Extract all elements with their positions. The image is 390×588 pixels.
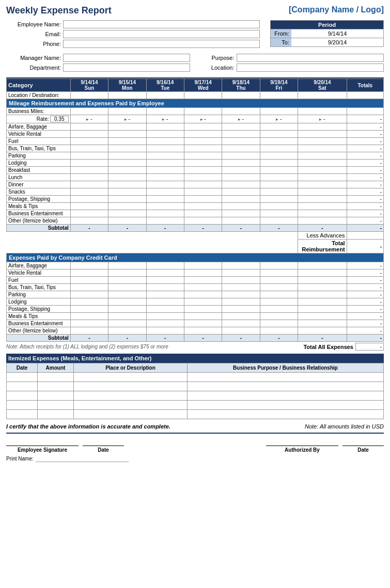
s1-row-2: Vehicle Rental - <box>7 131 384 138</box>
s1-subtotal-row: Subtotal - - - - - - - - <box>7 225 384 232</box>
to-value[interactable]: 9/20/14 <box>291 38 383 46</box>
s1-sub-1: - <box>108 225 146 232</box>
print-name-label: Print Name: <box>6 456 34 462</box>
loc-cell-6[interactable] <box>298 92 347 99</box>
s2-sub-1: - <box>108 335 146 342</box>
s1-subtotal-label: Subtotal <box>7 225 71 232</box>
loc-cell-5[interactable] <box>260 92 298 99</box>
section1-header-row: Mileage Reimbursement and Expenses Paid … <box>7 99 384 108</box>
s1-label-1: Airfare, Baggage <box>7 123 71 131</box>
auth-date-line[interactable] <box>342 436 384 446</box>
s1-row-8: Lunch - <box>7 174 384 181</box>
s1-label-6: Lodging <box>7 160 71 167</box>
employee-name-input[interactable] <box>63 20 260 28</box>
s2-label-2: Fuel <box>7 277 71 284</box>
miles-1[interactable] <box>108 108 146 115</box>
miles-0[interactable] <box>70 108 108 115</box>
s2-sub-3: - <box>184 335 222 342</box>
itemized-row-1 <box>7 373 384 382</box>
s1-sub-0: - <box>70 225 108 232</box>
print-name-row: Print Name: <box>6 455 384 462</box>
auth-date-label: Date <box>342 447 384 453</box>
rate-label: Rate: <box>37 116 49 122</box>
auth-sig-label: Authorized By <box>266 447 338 453</box>
s2-label-8: Business Entertainment <box>7 320 71 327</box>
note-row: Note: Attach receipts for (1) ALL lodgin… <box>6 342 384 352</box>
itemized-table: Date Amount Place or Description Busines… <box>6 363 384 419</box>
s2-label-3: Bus, Train, Taxi, Tips <box>7 284 71 291</box>
location-destination-row: Location / Destination: <box>7 92 384 99</box>
s1-label-14: Other (Itemize below) <box>7 217 71 225</box>
phone-input[interactable] <box>63 40 260 48</box>
less-advances-row: Less Advances <box>7 232 384 240</box>
section1-title: Mileage Reimbursement and Expenses Paid … <box>7 99 384 108</box>
miles-4[interactable] <box>222 108 260 115</box>
s1-row-13: Business Entertainment - <box>7 210 384 217</box>
location-label: Location: <box>200 65 237 71</box>
s1-sub-total: - <box>347 225 383 232</box>
email-input[interactable] <box>63 30 260 38</box>
day-header-2: 9/16/14Tue <box>146 79 184 92</box>
loc-cell-2[interactable] <box>146 92 184 99</box>
rate-cell-2: ▸ - <box>146 115 184 123</box>
loc-cell-0[interactable] <box>70 92 108 99</box>
miles-3[interactable] <box>184 108 222 115</box>
period-box: Period From: 9/14/14 To: 9/20/14 <box>270 20 384 47</box>
day-header-0: 9/14/14Sun <box>70 79 108 92</box>
s2-label-5: Lodging <box>7 298 71 306</box>
s1-row-11: Postage, Shipping - <box>7 196 384 203</box>
less-advances-value[interactable] <box>347 232 383 240</box>
miles-6[interactable] <box>298 108 347 115</box>
itemized-col-date: Date <box>7 363 38 373</box>
emp-date-line[interactable] <box>83 436 124 446</box>
s1-label-4: Bus, Train, Taxi, Tips <box>7 145 71 152</box>
manager-input[interactable] <box>63 54 190 62</box>
s2-label-9: Other (Itemize below) <box>7 327 71 335</box>
from-value[interactable]: 9/14/14 <box>291 29 383 38</box>
rate-cell-1: ▸ - <box>108 115 146 123</box>
emp-sig-label: Employee Signature <box>6 447 79 453</box>
emp-sig-line[interactable] <box>6 436 79 446</box>
miles-5[interactable] <box>260 108 298 115</box>
loc-cell-1[interactable] <box>108 92 146 99</box>
auth-sig-line[interactable] <box>266 436 338 446</box>
loc-cell-4[interactable] <box>222 92 260 99</box>
from-label: From: <box>271 29 291 38</box>
s2-row-0: Airfare, Baggage - <box>7 262 384 269</box>
s1-row-1: Airfare, Baggage - <box>7 123 384 131</box>
s2-row-6: Postage, Shipping - <box>7 306 384 313</box>
loc-cell-3[interactable] <box>184 92 222 99</box>
print-name-line[interactable] <box>36 455 129 462</box>
day-header-1: 9/15/14Mon <box>108 79 146 92</box>
business-miles-label: Business Miles: <box>7 108 71 115</box>
rate-input[interactable] <box>50 116 69 122</box>
s1-sub-2: - <box>146 225 184 232</box>
s2-sub-0: - <box>70 335 108 342</box>
purpose-label: Purpose: <box>200 55 237 61</box>
miles-2[interactable] <box>146 108 184 115</box>
s2-row-4: Parking - <box>7 291 384 298</box>
section2-title: Expenses Paid by Company Credit Card <box>7 253 384 262</box>
department-input[interactable] <box>63 63 190 72</box>
rate-cell-6: ▸ - <box>298 115 347 123</box>
s1-row-10: Snacks - <box>7 188 384 196</box>
total-reimb-value: - <box>347 240 383 253</box>
purpose-input[interactable] <box>237 54 384 62</box>
rate-cell-4: ▸ - <box>222 115 260 123</box>
s1-label-7: Breakfast <box>7 167 71 174</box>
miles-total <box>347 108 383 115</box>
s2-sub-6: - <box>298 335 347 342</box>
certification-row: I certify that the above information is … <box>6 423 384 430</box>
s1-label-2: Vehicle Rental <box>7 131 71 138</box>
s2-label-1: Vehicle Rental <box>7 269 71 277</box>
s1-sub-3: - <box>184 225 222 232</box>
location-input[interactable] <box>237 63 384 72</box>
department-label: Department: <box>6 65 63 71</box>
rate-total: - <box>347 115 383 123</box>
rate-row: Rate: ▸ - ▸ - ▸ - ▸ - ▸ - ▸ - ▸ - - <box>7 115 384 123</box>
day-header-6: 9/20/14Sat <box>298 79 347 92</box>
s2-row-8: Business Entertainment - <box>7 320 384 327</box>
emp-sig-item: Employee Signature <box>6 436 79 453</box>
total-reimb-label: Total Reimbursement <box>298 240 347 253</box>
business-miles-row: Business Miles: <box>7 108 384 115</box>
